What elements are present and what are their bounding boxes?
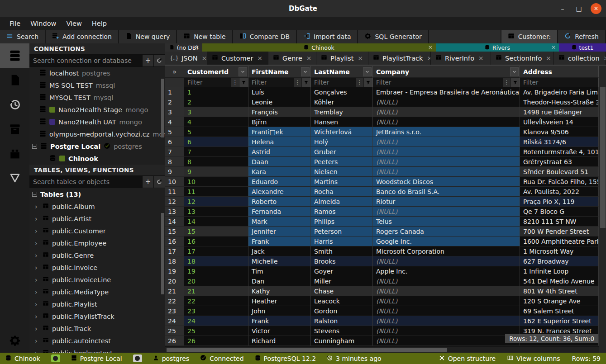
- cell-firstname[interactable]: Luís: [248, 87, 311, 97]
- chevron-right-icon[interactable]: ›: [35, 252, 39, 259]
- row-number[interactable]: 22: [165, 296, 184, 306]
- cell-customerid[interactable]: 25: [184, 326, 248, 336]
- table-item[interactable]: › public.autoinctest: [29, 335, 165, 347]
- filter-funnel-icon[interactable]: [239, 78, 248, 87]
- cell-customerid[interactable]: 1: [184, 87, 248, 97]
- cell-address[interactable]: 1600 Amphitheatre Parkw: [520, 236, 599, 246]
- close-button[interactable]: ✕: [591, 3, 601, 14]
- cell-company[interactable]: (NULL): [373, 157, 520, 167]
- close-icon[interactable]: ✕: [546, 55, 551, 62]
- cell-address[interactable]: 1498 rue Bélanger: [520, 107, 599, 117]
- cell-company[interactable]: (NULL): [373, 97, 520, 107]
- connections-icon[interactable]: [0, 43, 29, 68]
- cell-lastname[interactable]: Chase: [311, 286, 373, 296]
- row-number[interactable]: 11: [165, 187, 184, 197]
- row-number[interactable]: 24: [165, 316, 184, 326]
- cell-address[interactable]: 1 Infinite Loop: [520, 266, 599, 276]
- table-item[interactable]: › public.Employee: [29, 237, 165, 249]
- filter-input[interactable]: Filter: [311, 78, 356, 87]
- cell-address[interactable]: Av. Paulista, 2022: [520, 187, 599, 197]
- status-rows-59[interactable]: Rows: 59: [572, 355, 601, 362]
- close-icon[interactable]: ✕: [195, 44, 199, 51]
- chevron-right-icon[interactable]: ›: [35, 301, 39, 308]
- cell-customerid[interactable]: 23: [184, 306, 248, 316]
- cell-company[interactable]: (NULL): [373, 107, 520, 117]
- menu-help[interactable]: Help: [87, 20, 112, 27]
- history-icon[interactable]: [0, 92, 29, 117]
- cell-firstname[interactable]: Victor: [248, 326, 311, 336]
- cell-firstname[interactable]: Dan: [248, 276, 311, 286]
- row-number[interactable]: 5: [165, 127, 184, 137]
- cell-lastname[interactable]: Ramos: [311, 207, 373, 217]
- cell-lastname[interactable]: Almeida: [311, 197, 373, 207]
- chevron-right-icon[interactable]: ›: [35, 325, 39, 332]
- cell-address[interactable]: Theodor-Heuss-Straße 34: [520, 97, 599, 107]
- table-item[interactable]: › public.Artist: [29, 213, 165, 225]
- row-number[interactable]: 10: [165, 177, 184, 187]
- settings-gear-icon[interactable]: [0, 328, 29, 353]
- cell-company[interactable]: (NULL): [373, 207, 520, 217]
- cell-lastname[interactable]: Holý: [311, 137, 373, 147]
- filter-input[interactable]: Filter: [248, 78, 294, 87]
- cell-company[interactable]: (NULL): [373, 326, 520, 336]
- tab-sectioninfo[interactable]: SectionInfo ✕: [491, 52, 554, 65]
- cell-firstname[interactable]: Michelle: [248, 256, 311, 266]
- cell-address[interactable]: Sřnder Boulevard 51: [520, 167, 599, 177]
- row-number[interactable]: 25: [165, 326, 184, 336]
- cell-address[interactable]: 8210 111 ST NW: [520, 217, 599, 227]
- menu-view[interactable]: View: [61, 20, 86, 27]
- add-connection-plus-button[interactable]: +: [142, 55, 153, 66]
- row-number[interactable]: 2: [165, 97, 184, 107]
- cell-customerid[interactable]: 17: [184, 246, 248, 256]
- row-number[interactable]: 21: [165, 286, 184, 296]
- chevron-right-icon[interactable]: ›: [35, 203, 39, 210]
- cell-firstname[interactable]: John: [248, 306, 311, 316]
- close-icon[interactable]: ✕: [257, 55, 262, 62]
- tab-playlisttrack[interactable]: PlaylistTrack ✕: [368, 52, 431, 65]
- row-number[interactable]: 20: [165, 276, 184, 286]
- cell-lastname[interactable]: Gordon: [311, 306, 373, 316]
- cell-lastname[interactable]: Brooks: [311, 256, 373, 266]
- cell-address[interactable]: Ullevĺlsveien 14: [520, 117, 599, 127]
- connection-item[interactable]: MYSQL TESTmysql: [29, 91, 165, 104]
- cell-customerid[interactable]: 2: [184, 97, 248, 107]
- cell-firstname[interactable]: Alexandre: [248, 187, 311, 197]
- horizontal-scrollbar-thumb[interactable]: [167, 348, 447, 352]
- column-menu-chevron-icon[interactable]: [363, 67, 372, 76]
- cell-company[interactable]: Rogers Canada: [373, 227, 520, 236]
- db-group-test1[interactable]: test1: [559, 43, 606, 52]
- row-number[interactable]: 23: [165, 306, 184, 316]
- cell-address[interactable]: Qe 7 Bloco G: [520, 207, 599, 217]
- cell-company[interactable]: Telus: [373, 217, 520, 227]
- cell-firstname[interactable]: Jennifer: [248, 227, 311, 236]
- cell-company[interactable]: (NULL): [373, 286, 520, 296]
- cell-lastname[interactable]: Goyer: [311, 266, 373, 276]
- cell-address[interactable]: Av. Brigadeiro Faria Lima, 2: [520, 87, 599, 97]
- cell-customerid[interactable]: 20: [184, 276, 248, 286]
- row-number[interactable]: 13: [165, 207, 184, 217]
- chevron-right-icon[interactable]: ›: [35, 264, 39, 271]
- connection-item-expanded[interactable]: − Postgre Local postgres: [29, 140, 165, 152]
- cell-customerid[interactable]: 3: [184, 107, 248, 117]
- maximize-button[interactable]: □: [574, 5, 583, 12]
- cell-lastname[interactable]: Hansen: [311, 117, 373, 127]
- tab-genre[interactable]: Genre ✕: [268, 52, 316, 65]
- cell-lastname[interactable]: Köhler: [311, 97, 373, 107]
- cell-firstname[interactable]: Bjřrn: [248, 117, 311, 127]
- table-item[interactable]: › public.Track: [29, 322, 165, 335]
- cell-company[interactable]: (NULL): [373, 296, 520, 306]
- column-menu-chevron-icon[interactable]: [510, 67, 519, 76]
- filter-input[interactable]: Filter: [184, 78, 231, 87]
- cell-customerid[interactable]: 13: [184, 207, 248, 217]
- filter-menu-icon[interactable]: ⋮: [503, 78, 511, 87]
- column-header-customerid[interactable]: CustomerId: [184, 66, 248, 78]
- cell-firstname[interactable]: Leonie: [248, 97, 311, 107]
- cell-company[interactable]: (NULL): [373, 137, 520, 147]
- row-number[interactable]: 14: [165, 217, 184, 227]
- row-number[interactable]: 26: [165, 336, 184, 346]
- cell-lastname[interactable]: Wichterlová: [311, 127, 373, 137]
- cell-company[interactable]: Woodstock Discos: [373, 177, 520, 187]
- connections-search-input[interactable]: Search connection or database: [29, 55, 142, 66]
- refresh-tables-button[interactable]: [153, 176, 165, 188]
- cell-firstname[interactable]: Astrid: [248, 147, 311, 157]
